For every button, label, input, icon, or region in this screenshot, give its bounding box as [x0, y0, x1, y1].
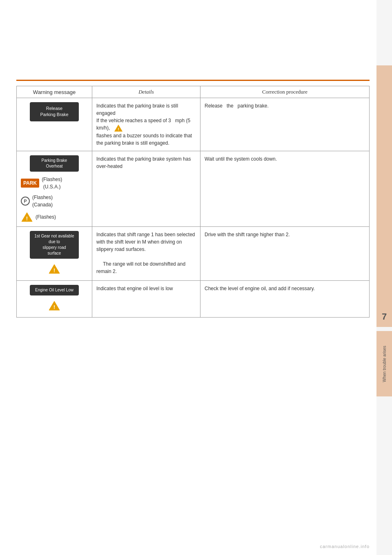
- p-circle-badge: P: [21, 197, 30, 206]
- warning-message-cell-oil: Engine Oil Level Low !: [17, 281, 92, 318]
- warning-button-engine-oil: Engine Oil Level Low: [30, 285, 79, 295]
- symbol-list: PARK (Flashes)(U.S.A.) P (Flashes)(Canad…: [21, 176, 88, 222]
- details-text-3: flashes and a buzzer sounds to indicate …: [96, 133, 192, 146]
- details-text-1st-gear: Indicates that shift range 1 has been se…: [96, 232, 195, 252]
- triangle-label: (Flashes): [36, 213, 56, 221]
- correction-text-1st-gear: Drive with the shift range higher than 2…: [205, 232, 290, 237]
- svg-text:!: !: [53, 267, 55, 273]
- chapter-label-box: When trouble arises: [376, 331, 392, 396]
- warning-button-parking-brake-overheat: Parking BrakeOverheat: [30, 155, 79, 172]
- park-badge: PARK: [21, 179, 39, 188]
- p-circle-label: (Flashes)(Canada): [32, 194, 53, 208]
- warning-triangle-container-oil: !: [21, 300, 88, 313]
- warning-table: Warning message Details Correction proce…: [16, 86, 370, 318]
- warning-button-release-parking-brake: ReleaseParking Brake: [30, 102, 79, 121]
- warning-message-cell-overheat: Parking BrakeOverheat PARK (Flashes)(U.S…: [17, 151, 92, 227]
- correction-text-oil: Check the level of engine oil, and add i…: [205, 286, 315, 291]
- correction-text-overheat: Wait until the system cools down.: [205, 156, 277, 162]
- table-row: ReleaseParking Brake Indicates that the …: [17, 98, 370, 151]
- correction-text: Release the parking brake.: [205, 103, 269, 109]
- correction-cell-1st-gear: Drive with the shift range higher than 2…: [200, 227, 370, 281]
- symbol-row-park: PARK (Flashes)(U.S.A.): [21, 176, 62, 190]
- svg-text:!: !: [26, 215, 28, 222]
- warning-triangle-icon-4: !: [48, 300, 60, 311]
- park-label: (Flashes)(U.S.A.): [42, 176, 62, 190]
- symbol-row-p-circle: P (Flashes)(Canada): [21, 194, 53, 208]
- warning-message-cell: ReleaseParking Brake: [17, 98, 92, 151]
- table-row: 1st Gear not availabledue toslippery roa…: [17, 227, 370, 281]
- details-cell-1st-gear: Indicates that shift range 1 has been se…: [92, 227, 200, 281]
- symbol-row-triangle: ! (Flashes): [21, 212, 56, 222]
- warning-triangle-icon: !: [114, 124, 123, 132]
- top-bar: [16, 80, 370, 81]
- table-row: Parking BrakeOverheat PARK (Flashes)(U.S…: [17, 151, 370, 227]
- chapter-number: 7: [382, 311, 387, 322]
- details-cell-release-parking-brake: Indicates that the parking brake is stil…: [92, 98, 200, 151]
- details-text-2: If the vehicle reaches a speed of 3 mph …: [96, 118, 190, 131]
- col-header-warning: Warning message: [17, 86, 92, 98]
- warning-triangle-icon-2: !: [21, 212, 33, 222]
- svg-text:!: !: [53, 304, 55, 310]
- watermark-text: carmanualonline.info: [320, 544, 370, 549]
- main-content: Warning message Details Correction proce…: [16, 84, 370, 522]
- correction-cell-release-parking-brake: Release the parking brake.: [200, 98, 370, 151]
- details-text: Indicates that the parking brake is stil…: [96, 103, 178, 116]
- col-header-correction: Correction procedure: [200, 86, 370, 98]
- table-row: Engine Oil Level Low ! Indicates that en…: [17, 281, 370, 318]
- details-text-1st-gear-2: The range will not be downshifted and re…: [96, 261, 185, 274]
- warning-triangle-container: !: [21, 264, 88, 276]
- warning-triangle-icon-3: !: [48, 264, 60, 274]
- details-cell-overheat: Indicates that the parking brake system …: [92, 151, 200, 227]
- svg-text:!: !: [118, 127, 119, 132]
- chapter-box: 7: [376, 307, 392, 327]
- col-header-details: Details: [92, 86, 200, 98]
- details-text-oil: Indicates that engine oil level is low: [96, 286, 173, 291]
- correction-cell-oil: Check the level of engine oil, and add i…: [200, 281, 370, 318]
- warning-button-1st-gear: 1st Gear not availabledue toslippery roa…: [30, 231, 79, 259]
- correction-cell-overheat: Wait until the system cools down.: [200, 151, 370, 227]
- bottom-area: carmanualonline.info: [16, 544, 370, 549]
- details-cell-oil: Indicates that engine oil level is low: [92, 281, 200, 318]
- warning-message-cell-1st-gear: 1st Gear not availabledue toslippery roa…: [17, 227, 92, 281]
- right-orange-strip: [376, 65, 392, 319]
- chapter-label-text: When trouble arises: [382, 346, 387, 382]
- details-text-overheat: Indicates that the parking brake system …: [96, 156, 191, 169]
